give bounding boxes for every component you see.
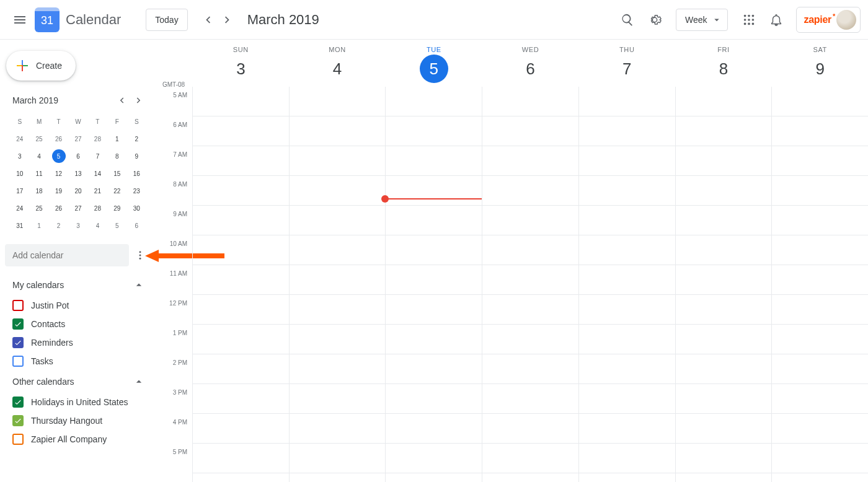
mini-prev-button[interactable] xyxy=(113,92,130,109)
hour-cell[interactable] xyxy=(772,265,868,295)
day-header[interactable]: SUN3 xyxy=(192,40,289,87)
hour-cell[interactable] xyxy=(676,384,772,414)
zapier-extension[interactable]: zapier xyxy=(796,7,861,33)
calendar-checkbox[interactable] xyxy=(12,415,24,426)
day-header[interactable]: SAT9 xyxy=(771,40,868,87)
hour-cell[interactable] xyxy=(290,116,386,146)
mini-day-cell[interactable]: 8 xyxy=(107,147,126,165)
hour-cell[interactable] xyxy=(772,206,868,235)
calendar-item[interactable]: Contacts xyxy=(5,315,151,333)
hour-cell[interactable] xyxy=(579,176,675,206)
hour-cell[interactable] xyxy=(386,384,482,414)
hour-cell[interactable] xyxy=(482,176,578,206)
hour-cell[interactable] xyxy=(676,87,772,116)
other-calendars-header[interactable]: Other calendars xyxy=(5,370,151,393)
mini-day-cell[interactable]: 23 xyxy=(127,182,146,199)
day-column[interactable] xyxy=(289,87,386,482)
next-period-button[interactable] xyxy=(218,10,237,30)
hour-cell[interactable] xyxy=(482,116,578,146)
calendar-item[interactable]: Justin Pot xyxy=(5,296,151,315)
hour-cell[interactable] xyxy=(386,206,482,235)
hour-cell[interactable] xyxy=(193,384,289,414)
hour-cell[interactable] xyxy=(676,116,772,146)
hour-cell[interactable] xyxy=(772,444,868,473)
hour-cell[interactable] xyxy=(482,206,578,235)
hour-cell[interactable] xyxy=(772,235,868,265)
hour-cell[interactable] xyxy=(579,206,675,235)
mini-day-cell[interactable]: 24 xyxy=(10,130,29,147)
day-header[interactable]: MON4 xyxy=(289,40,386,87)
hour-cell[interactable] xyxy=(676,176,772,206)
mini-day-cell[interactable]: 3 xyxy=(10,147,29,165)
hour-cell[interactable] xyxy=(482,295,578,325)
hour-cell[interactable] xyxy=(386,176,482,206)
hour-cell[interactable] xyxy=(193,295,289,325)
mini-day-cell[interactable]: 18 xyxy=(29,182,48,199)
day-column[interactable] xyxy=(578,87,675,482)
mini-day-cell[interactable]: 22 xyxy=(107,182,126,199)
hour-cell[interactable] xyxy=(579,384,675,414)
mini-day-cell[interactable]: 1 xyxy=(107,130,126,147)
mini-day-cell[interactable]: 13 xyxy=(68,165,87,182)
hour-cell[interactable] xyxy=(482,87,578,116)
my-calendars-header[interactable]: My calendars xyxy=(5,274,151,296)
calendar-checkbox[interactable] xyxy=(12,337,24,348)
calendar-item[interactable]: Zapier All Company xyxy=(5,430,151,449)
hour-cell[interactable] xyxy=(290,176,386,206)
hour-cell[interactable] xyxy=(193,87,289,116)
mini-day-cell[interactable]: 11 xyxy=(29,165,48,182)
calendar-item[interactable]: Tasks xyxy=(5,352,151,370)
hour-cell[interactable] xyxy=(579,354,675,384)
hour-cell[interactable] xyxy=(290,444,386,473)
hour-cell[interactable] xyxy=(676,444,772,473)
hour-cell[interactable] xyxy=(386,354,482,384)
mini-day-cell[interactable]: 29 xyxy=(107,199,126,217)
user-avatar[interactable] xyxy=(836,10,856,30)
hour-cell[interactable] xyxy=(676,414,772,444)
hour-cell[interactable] xyxy=(386,265,482,295)
mini-day-cell[interactable]: 30 xyxy=(127,199,146,217)
hour-cell[interactable] xyxy=(676,235,772,265)
mini-day-cell[interactable]: 28 xyxy=(88,199,107,217)
grid-scroll-area[interactable]: 5 AM6 AM7 AM8 AM9 AM10 AM11 AM12 PM1 PM2… xyxy=(156,87,868,482)
mini-day-cell[interactable]: 2 xyxy=(127,130,146,147)
hour-cell[interactable] xyxy=(386,295,482,325)
hour-cell[interactable] xyxy=(676,325,772,354)
hour-cell[interactable] xyxy=(579,444,675,473)
mini-next-button[interactable] xyxy=(130,92,148,109)
hour-cell[interactable] xyxy=(193,414,289,444)
day-column[interactable] xyxy=(482,87,578,482)
mini-day-cell[interactable]: 2 xyxy=(49,217,68,234)
day-column[interactable] xyxy=(771,87,868,482)
mini-day-cell[interactable]: 12 xyxy=(49,165,68,182)
hour-cell[interactable] xyxy=(386,444,482,473)
hour-cell[interactable] xyxy=(579,265,675,295)
hour-cell[interactable] xyxy=(290,295,386,325)
hour-cell[interactable] xyxy=(676,265,772,295)
hour-cell[interactable] xyxy=(772,116,868,146)
hour-cell[interactable] xyxy=(482,146,578,176)
hour-cell[interactable] xyxy=(482,325,578,354)
apps-button[interactable] xyxy=(737,7,761,32)
hour-cell[interactable] xyxy=(482,265,578,295)
hour-cell[interactable] xyxy=(579,116,675,146)
mini-day-cell[interactable]: 10 xyxy=(10,165,29,182)
hour-cell[interactable] xyxy=(772,295,868,325)
hour-cell[interactable] xyxy=(193,206,289,235)
today-button[interactable]: Today xyxy=(146,9,187,31)
hour-cell[interactable] xyxy=(676,354,772,384)
mini-day-cell[interactable]: 16 xyxy=(127,165,146,182)
hour-cell[interactable] xyxy=(579,325,675,354)
calendar-item[interactable]: Holidays in United States xyxy=(5,393,151,411)
mini-day-cell[interactable]: 5 xyxy=(49,147,68,165)
hour-cell[interactable] xyxy=(386,146,482,176)
hour-cell[interactable] xyxy=(386,414,482,444)
search-button[interactable] xyxy=(615,7,640,32)
hour-cell[interactable] xyxy=(290,265,386,295)
hour-cell[interactable] xyxy=(193,354,289,384)
day-header[interactable]: THU7 xyxy=(578,40,675,87)
hour-cell[interactable] xyxy=(482,444,578,473)
mini-day-cell[interactable]: 27 xyxy=(68,199,87,217)
hour-cell[interactable] xyxy=(290,235,386,265)
day-header[interactable]: TUE5 xyxy=(385,40,482,87)
